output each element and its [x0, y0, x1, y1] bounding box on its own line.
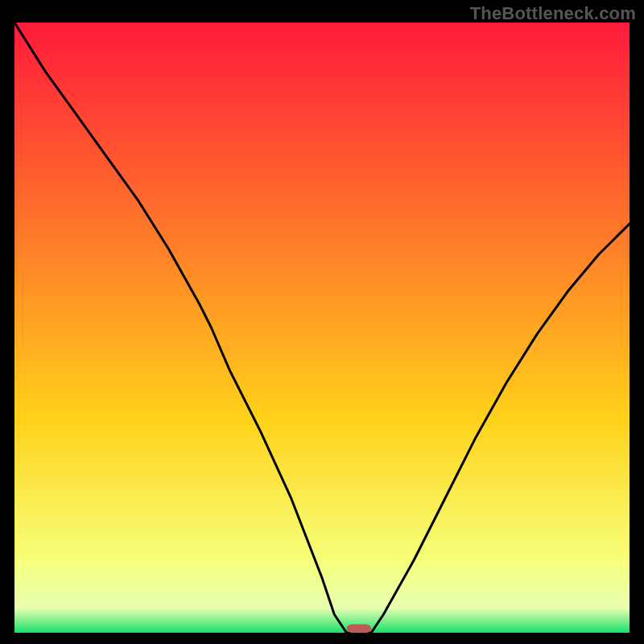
watermark-text: TheBottleneck.com	[470, 3, 636, 24]
minimum-marker	[347, 624, 372, 633]
gradient-background	[14, 23, 630, 633]
chart-stage: TheBottleneck.com	[0, 0, 644, 644]
bottleneck-chart	[14, 23, 630, 633]
plot-area	[14, 23, 630, 633]
